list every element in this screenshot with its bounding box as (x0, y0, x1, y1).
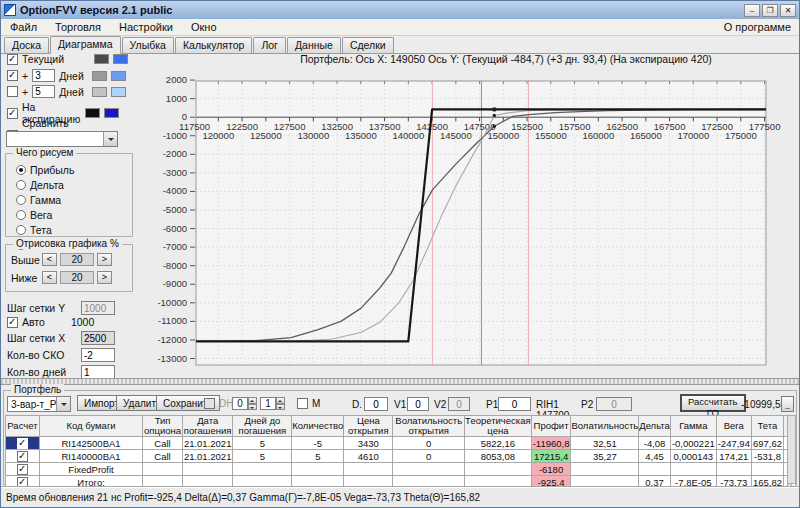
cell-gamma (670, 463, 716, 476)
column-header: Профит (531, 416, 571, 437)
draw-option[interactable]: Дельта (16, 177, 74, 192)
radio-icon[interactable] (16, 195, 26, 205)
d-label: D. (352, 399, 362, 410)
layer-plus3: + Дней (7, 69, 126, 82)
y-tick-label: -3000 (163, 167, 187, 178)
days-count-label: Кол-во дней (7, 366, 73, 378)
column-header: Волатильность открытия (393, 416, 465, 437)
radio-icon[interactable] (16, 165, 26, 175)
splitter-handle[interactable] (1, 378, 799, 385)
column-header: Гамма (670, 416, 716, 437)
cell-theta (751, 463, 783, 476)
y-tick-label: 1000 (166, 93, 187, 104)
spin-down-icon[interactable] (276, 404, 285, 411)
column-header: Дней до погашения (233, 416, 292, 437)
layer-plus3-checkbox[interactable] (7, 70, 18, 81)
y-tick-label: -7000 (163, 241, 187, 252)
radio-icon[interactable] (16, 225, 26, 235)
draw-option[interactable]: Гамма (16, 192, 74, 207)
strategy-dropdown[interactable] (6, 131, 118, 147)
x-tick-label: 145000 (440, 130, 472, 141)
above-label: Выше (11, 254, 39, 266)
p1-input[interactable] (498, 397, 531, 411)
cell-delta (639, 463, 671, 476)
layer-plus5-swatch-2[interactable] (111, 87, 126, 97)
dh-checkbox[interactable] (204, 398, 215, 409)
p2-input[interactable] (596, 397, 632, 411)
radio-icon[interactable] (16, 180, 26, 190)
y-tick-label: -6000 (163, 223, 187, 234)
calc-checkbox[interactable] (17, 477, 28, 488)
layer-plus3-days-input[interactable] (32, 69, 55, 82)
above-decrement-button[interactable]: < (42, 253, 57, 266)
layer-current-swatch-1[interactable] (94, 54, 109, 64)
chevron-down-icon[interactable] (103, 132, 117, 146)
below-increment-button[interactable]: > (97, 271, 112, 284)
x-tick-label: 140000 (392, 130, 424, 141)
spinner-1-value[interactable]: 0 (232, 397, 248, 410)
v2-label: V2 (434, 399, 446, 410)
radio-icon[interactable] (16, 210, 26, 220)
y-tick-label: -13000 (157, 353, 187, 364)
below-label: Ниже (11, 272, 39, 284)
draw-option[interactable]: Тета (16, 222, 74, 237)
grid-y-input[interactable] (81, 301, 115, 315)
draw-option[interactable]: Вега (16, 207, 74, 222)
spin-down-icon[interactable] (248, 404, 257, 411)
draw-option[interactable]: Прибыль (16, 162, 74, 177)
collapse-button[interactable]: _ (781, 396, 794, 412)
cell-date (182, 463, 233, 476)
v1-input[interactable] (407, 397, 429, 411)
layer-plus3-swatch-1[interactable] (92, 71, 107, 81)
auto-checkbox[interactable] (7, 317, 18, 328)
calc-checkbox-cell[interactable] (6, 437, 40, 450)
below-decrement-button[interactable]: < (42, 271, 57, 284)
layer-current-label: Текущий (22, 53, 64, 65)
layer-plus5-checkbox[interactable] (7, 86, 18, 97)
days-count-input[interactable] (81, 365, 115, 379)
above-increment-button[interactable]: > (97, 253, 112, 266)
calc-checkbox-cell[interactable] (6, 463, 40, 476)
calc-checkbox[interactable] (17, 464, 28, 475)
cell-days (233, 463, 292, 476)
sko-input[interactable] (81, 348, 115, 362)
layer-plus3-swatch-2[interactable] (111, 71, 126, 81)
draw-option-label: Прибыль (30, 164, 74, 176)
column-header: Расчет (6, 416, 40, 437)
marker-dot (492, 107, 496, 111)
x-tick-label: 130000 (297, 130, 329, 141)
layer-plus5-swatch-1[interactable] (92, 87, 107, 97)
x-tick-label: 150000 (487, 130, 519, 141)
d-input[interactable] (364, 397, 388, 411)
grid-x-input[interactable] (81, 331, 115, 345)
layer-expiration-swatch-2[interactable] (104, 108, 119, 118)
y-tick-label: -10000 (157, 297, 187, 308)
draw-group-title: Чего рисуем (13, 147, 76, 158)
calc-checkbox[interactable] (17, 451, 28, 462)
calc-checkbox[interactable] (17, 438, 28, 449)
layer-plus5-days-input[interactable] (32, 85, 55, 98)
preset-dropdown[interactable]: 3-вар-т_РТС (7, 396, 71, 412)
draw-option-label: Гамма (30, 194, 61, 206)
calculate-go-button[interactable]: Рассчитать ГО (680, 394, 746, 412)
cell-open_price: 3430 (344, 437, 393, 450)
tab-diagram[interactable]: Диаграмма (50, 36, 121, 54)
cell-code: RI140000BA1 (39, 450, 142, 463)
preset-dropdown-value: 3-вар-т_РТС (8, 399, 56, 410)
m-checkbox[interactable] (297, 398, 308, 409)
layer-current-swatch-2[interactable] (113, 54, 128, 64)
spinner-2-value[interactable]: 1 (260, 397, 276, 410)
p1-label: P1 (486, 399, 498, 410)
table-scrollbar[interactable] (787, 415, 796, 484)
v2-input[interactable] (448, 397, 470, 411)
sko-label: Кол-во СКО (7, 349, 73, 361)
layer-expiration-swatch-1[interactable] (85, 108, 100, 118)
cell-date: 21.01.2021 (182, 450, 233, 463)
cell-open_price (344, 463, 393, 476)
layer-current-checkbox[interactable] (7, 54, 18, 65)
chevron-down-icon[interactable] (56, 397, 70, 411)
p2-label: P2 (581, 399, 593, 410)
portfolio-panel: Портфель 3-вар-т_РТС Импорт Удалить Сохр… (3, 390, 797, 485)
column-header: Дата погашения (182, 416, 233, 437)
calc-checkbox-cell[interactable] (6, 450, 40, 463)
